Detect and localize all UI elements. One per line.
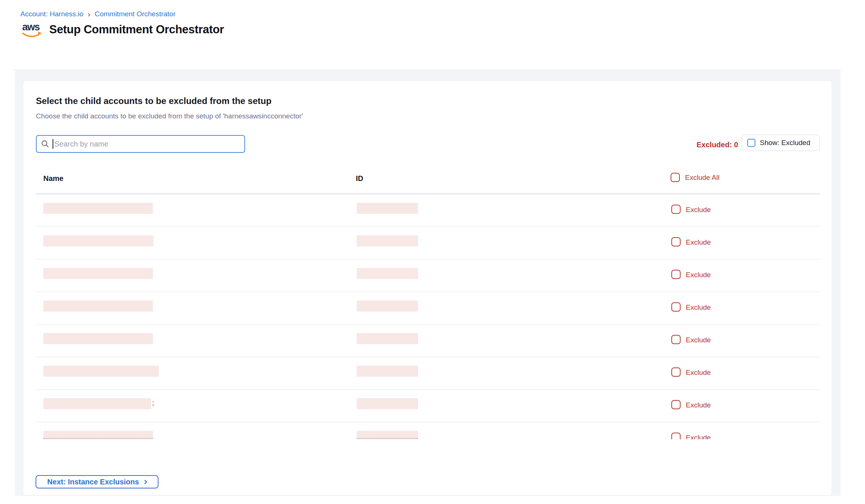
row-exclude-control: Exclude [671,205,711,214]
page-title: Setup Commitment Orchestrator [49,23,224,36]
row-exclude-control: Exclude [671,433,711,439]
exclude-all-control: Exclude All [671,173,719,182]
title-row: aws Setup Commitment Orchestrator [21,20,224,39]
column-header-id: ID [356,174,363,183]
card-subheading: Choose the child accounts to be excluded… [36,112,303,120]
redacted-name [43,235,154,246]
table-row: Exclude [36,325,820,357]
row-exclude-checkbox[interactable] [671,400,681,409]
redacted-name [43,398,151,409]
search-icon [41,140,49,148]
row-exclude-control: Exclude [671,237,711,246]
table-row: Exclude [36,259,820,292]
redacted-id [357,366,418,377]
breadcrumb-account-link[interactable]: Account: Harness.io [20,10,83,18]
search-box [36,135,245,153]
row-exclude-checkbox[interactable] [671,367,681,377]
breadcrumb-page-link[interactable]: Commitment Orchestrator [95,10,176,18]
row-exclude-control: Exclude [671,400,711,409]
redacted-name [43,203,153,214]
table-row: Exclude [36,292,820,325]
column-header-name: Name [43,174,63,183]
aws-smile-swoosh [23,33,40,36]
redacted-id [357,235,418,246]
exclusion-card: Select the child accounts to be excluded… [23,81,832,495]
show-excluded-checkbox[interactable] [747,139,755,147]
row-exclude-label: Exclude [686,434,711,439]
redacted-id [357,203,418,214]
next-button-label: Next: Instance Exclusions [47,478,139,486]
next-instance-exclusions-button[interactable]: Next: Instance Exclusions [36,475,158,488]
table-row: ; Exclude [36,390,820,422]
exclude-all-checkbox[interactable] [671,173,680,182]
row-exclude-checkbox[interactable] [671,433,681,439]
setup-stepper: Select Master Account Exclusion (optiona… [0,44,865,70]
search-input[interactable] [54,140,244,148]
breadcrumb-separator-icon: › [88,11,90,18]
aws-logo-icon: aws [21,20,43,39]
row-exclude-label: Exclude [686,303,711,312]
show-excluded-toggle[interactable]: Show: Excluded [742,135,820,151]
chevron-right-icon [143,480,148,484]
row-exclude-label: Exclude [686,401,711,409]
row-exclude-label: Exclude [686,271,711,279]
row-exclude-checkbox[interactable] [671,237,681,246]
table-row: Exclude [36,194,820,227]
redacted-name [43,333,153,344]
aws-logo-text: aws [22,21,40,33]
card-heading: Select the child accounts to be excluded… [36,96,271,106]
table-row: Exclude [36,357,820,390]
row-exclude-control: Exclude [671,270,711,279]
excluded-count-label: Excluded: 0 [697,141,738,149]
row-exclude-checkbox[interactable] [671,205,681,214]
redacted-id [357,268,418,279]
row-exclude-control: Exclude [671,367,711,377]
exclude-all-label: Exclude All [685,174,719,182]
row-exclude-control: Exclude [671,335,711,344]
redacted-name [43,300,153,312]
table-body: Exclude Exclude Exclude Exclude Excl [36,194,820,439]
redacted-name [43,366,159,377]
table-row: Exclude [36,227,820,259]
row-exclude-label: Exclude [686,238,711,246]
row-exclude-control: Exclude [671,302,711,312]
row-exclude-label: Exclude [686,336,711,344]
show-excluded-label: Show: Excluded [760,139,810,147]
table-row: Exclude [36,422,820,439]
truncation-dotted-underline [43,438,153,439]
truncation-dotted-underline [357,438,418,439]
excluded-label: Excluded: [697,141,732,149]
breadcrumb: Account: Harness.io › Commitment Orchest… [20,10,176,18]
redacted-id [357,300,418,312]
row-exclude-checkbox[interactable] [671,270,681,279]
redacted-name [43,268,153,279]
name-remnant: ; [152,399,154,407]
redacted-id [357,398,418,409]
row-exclude-label: Exclude [686,369,711,377]
text-cursor [53,139,53,149]
row-exclude-checkbox[interactable] [671,335,681,344]
row-exclude-checkbox[interactable] [671,302,681,312]
redacted-id [357,333,418,344]
row-exclude-label: Exclude [686,206,711,214]
commitment-orchestrator-page: Account: Harness.io › Commitment Orchest… [0,0,865,504]
excluded-count: 0 [734,141,738,149]
